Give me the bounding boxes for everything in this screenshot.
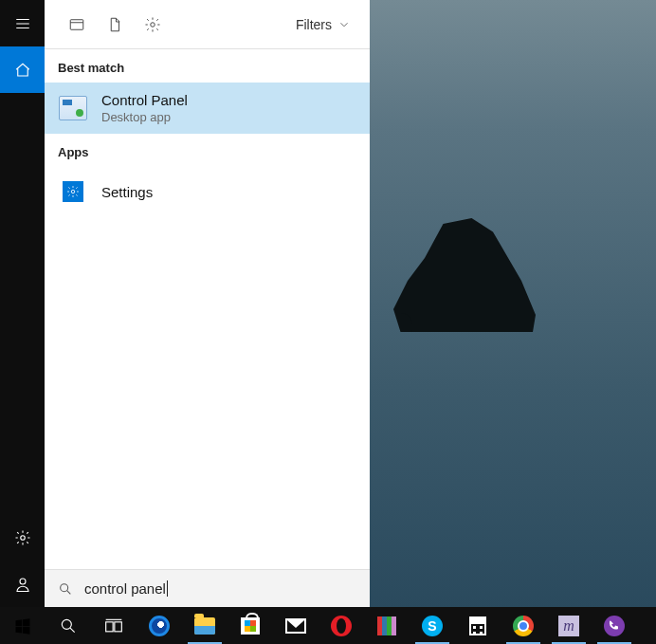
svg-point-4 (71, 190, 75, 193)
skype-icon: S (422, 616, 443, 636)
hamburger-menu-button[interactable] (0, 0, 45, 46)
filters-dropdown[interactable]: Filters (290, 0, 356, 49)
taskbar-app-opera[interactable] (319, 607, 364, 644)
result-settings[interactable]: Settings (45, 167, 370, 216)
gear-icon (14, 529, 31, 546)
search-input[interactable]: control panel (45, 569, 370, 607)
result-title: Settings (101, 184, 153, 200)
filters-label: Filters (296, 17, 332, 32)
taskbar-app-edge[interactable] (137, 607, 182, 644)
folder-icon (194, 617, 215, 635)
books-icon (377, 616, 396, 635)
person-icon (14, 576, 31, 593)
svg-point-5 (61, 583, 68, 591)
desktop-wallpaper: Filters Best match Control Panel Desktop… (0, 0, 656, 644)
taskbar-app-books[interactable] (364, 607, 410, 644)
result-control-panel[interactable]: Control Panel Desktop app (45, 83, 370, 134)
wallpaper-rock (393, 218, 536, 332)
taskbar-app-chrome[interactable] (501, 607, 546, 644)
control-panel-icon (58, 93, 88, 123)
opera-icon (331, 616, 352, 636)
chrome-icon (513, 616, 534, 636)
viber-icon (604, 616, 625, 636)
app-m-icon: m (558, 616, 579, 636)
start-left-rail (0, 0, 45, 607)
svg-point-1 (20, 579, 26, 584)
search-results-panel: Filters Best match Control Panel Desktop… (45, 0, 370, 607)
home-icon (14, 62, 31, 79)
taskbar-app-store[interactable] (228, 607, 273, 644)
taskbar-app-file-explorer[interactable] (182, 607, 228, 644)
svg-point-3 (151, 22, 155, 27)
window-icon (68, 16, 85, 33)
task-view-button[interactable] (91, 607, 137, 644)
hamburger-icon (14, 15, 31, 32)
task-view-icon (104, 616, 123, 635)
windows-logo-icon (13, 616, 32, 635)
edge-icon (149, 616, 170, 636)
taskbar: S m (0, 607, 656, 644)
svg-point-0 (20, 535, 25, 540)
svg-point-6 (62, 619, 71, 629)
svg-rect-7 (106, 621, 114, 631)
rail-account-button[interactable] (0, 561, 45, 607)
result-title: Control Panel (101, 92, 188, 108)
section-apps: Apps (45, 134, 370, 167)
rail-settings-button[interactable] (0, 514, 45, 561)
search-icon (58, 581, 73, 597)
taskbar-app-skype[interactable]: S (410, 607, 455, 644)
search-icon (59, 616, 78, 635)
gear-icon (66, 185, 80, 198)
scope-documents-button[interactable] (96, 0, 134, 49)
chevron-down-icon (337, 18, 351, 31)
svg-rect-2 (70, 19, 83, 29)
taskbar-app-mail[interactable] (273, 607, 319, 644)
search-query-text: control panel (84, 580, 168, 597)
search-panel-header: Filters (45, 0, 370, 49)
settings-app-icon (58, 176, 88, 207)
svg-rect-8 (115, 621, 121, 631)
mail-icon (285, 618, 306, 634)
taskbar-app-m[interactable]: m (546, 607, 592, 644)
store-icon (241, 617, 260, 635)
calculator-icon (469, 616, 486, 635)
section-best-match: Best match (45, 49, 370, 83)
taskbar-search-button[interactable] (46, 607, 91, 644)
home-button[interactable] (0, 46, 45, 93)
gear-icon (144, 16, 161, 33)
document-icon (106, 16, 123, 33)
result-subtitle: Desktop app (101, 110, 188, 124)
scope-apps-button[interactable] (58, 0, 96, 49)
taskbar-app-viber[interactable] (592, 607, 637, 644)
start-button[interactable] (0, 607, 46, 644)
scope-settings-button[interactable] (134, 0, 172, 49)
taskbar-app-calculator[interactable] (455, 607, 501, 644)
